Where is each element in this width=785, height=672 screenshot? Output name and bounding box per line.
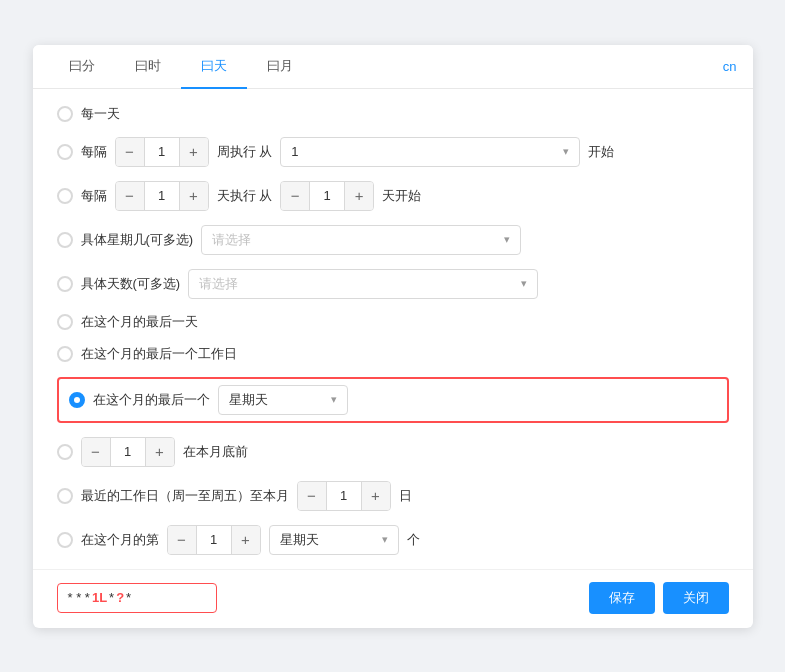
chevron-down-icon-nth: ▾ [382,533,388,546]
main-panel: 曰分 曰时 曰天 曰月 cn 每一天 每隔 − + 周执行 从 1 ▾ [33,45,753,628]
close-button[interactable]: 关闭 [663,582,729,614]
cron-part-1: * * * [68,590,90,605]
radio-last-workday[interactable] [57,346,73,362]
row-nth-weekday: 在这个月的第 − + 星期天 ▾ 个 [57,525,729,555]
select-week-value: 1 [291,144,298,159]
radio-before-end[interactable] [57,444,73,460]
cron-part-question: ? [116,590,124,605]
radio-every-n-days[interactable] [57,188,73,204]
radio-last-day[interactable] [57,314,73,330]
select-last-weekday-value: 星期天 [229,391,268,409]
content-area: 每一天 每隔 − + 周执行 从 1 ▾ 开始 每隔 − [33,89,753,555]
radio-every-day[interactable] [57,106,73,122]
row-every-n-days: 每隔 − + 天执行 从 − + 天开始 [57,181,729,211]
chevron-down-icon-last-weekday: ▾ [331,393,337,406]
tab-hour[interactable]: 曰时 [115,45,181,89]
cron-part-2: * [109,590,114,605]
row-last-day: 在这个月的最后一天 [57,313,729,331]
row-before-end: − + 在本月底前 [57,437,729,467]
footer: * * * 1L * ? * 保存 关闭 [33,569,753,628]
num-plus-nth[interactable]: + [232,525,260,555]
num-group-nth: − + [167,525,261,555]
row-last-weekday: 在这个月的最后一个 星期天 ▾ [57,377,729,423]
cron-part-3: * [126,590,131,605]
tab-bar: 曰分 曰时 曰天 曰月 cn [33,45,753,89]
num-plus-ndays-from[interactable]: + [345,181,373,211]
row-nearest-workday: 最近的工作日（周一至周五）至本月 − + 日 [57,481,729,511]
select-specific-days-placeholder: 请选择 [199,275,238,293]
label-ndays-suffix: 天开始 [382,187,421,205]
num-input-ndays-from[interactable] [309,181,345,211]
label-before-end: 在本月底前 [183,443,248,461]
label-last-weekday: 在这个月的最后一个 [93,391,210,409]
num-group-ndays: − + [115,181,209,211]
select-nth-weekday[interactable]: 星期天 ▾ [269,525,399,555]
row-every-week: 每隔 − + 周执行 从 1 ▾ 开始 [57,137,729,167]
num-input-ndays[interactable] [144,181,180,211]
num-plus-nearest[interactable]: + [362,481,390,511]
row-specific-days: 具体天数(可多选) 请选择 ▾ [57,269,729,299]
label-week-prefix: 每隔 [81,143,107,161]
num-minus-nearest[interactable]: − [298,481,326,511]
radio-every-week[interactable] [57,144,73,160]
num-group-week: − + [115,137,209,167]
cn-button[interactable]: cn [723,47,737,86]
num-group-nearest: − + [297,481,391,511]
tab-month[interactable]: 曰月 [247,45,313,89]
num-minus-ndays[interactable]: − [116,181,144,211]
label-week-mid: 周执行 从 [217,143,273,161]
select-weekdays[interactable]: 请选择 ▾ [201,225,521,255]
radio-nearest-workday[interactable] [57,488,73,504]
save-button[interactable]: 保存 [589,582,655,614]
num-group-before-end: − + [81,437,175,467]
num-minus-week[interactable]: − [116,137,144,167]
num-group-ndays-from: − + [280,181,374,211]
num-input-before-end[interactable] [110,437,146,467]
num-minus-nth[interactable]: − [168,525,196,555]
label-every-day: 每一天 [81,105,120,123]
radio-specific-days[interactable] [57,276,73,292]
select-weekdays-placeholder: 请选择 [212,231,251,249]
label-specific-weekdays: 具体星期几(可多选) [81,231,194,249]
cron-expression: * * * 1L * ? * [57,583,217,613]
num-input-nth[interactable] [196,525,232,555]
row-last-workday: 在这个月的最后一个工作日 [57,345,729,363]
label-specific-days: 具体天数(可多选) [81,275,181,293]
row-specific-weekdays: 具体星期几(可多选) 请选择 ▾ [57,225,729,255]
label-nth-weekday-suffix: 个 [407,531,420,549]
num-minus-ndays-from[interactable]: − [281,181,309,211]
num-input-nearest[interactable] [326,481,362,511]
chevron-down-icon-weekdays: ▾ [504,233,510,246]
label-ndays-prefix: 每隔 [81,187,107,205]
num-plus-week[interactable]: + [180,137,208,167]
label-last-day: 在这个月的最后一天 [81,313,198,331]
tab-minute[interactable]: 曰分 [49,45,115,89]
label-nearest-workday: 最近的工作日（周一至周五）至本月 [81,487,289,505]
cron-part-highlight: 1L [92,590,107,605]
label-week-suffix: 开始 [588,143,614,161]
num-plus-ndays[interactable]: + [180,181,208,211]
row-every-day: 每一天 [57,105,729,123]
radio-last-weekday[interactable] [69,392,85,408]
num-input-week[interactable] [144,137,180,167]
select-specific-days[interactable]: 请选择 ▾ [188,269,538,299]
label-nearest-suffix: 日 [399,487,412,505]
num-minus-before-end[interactable]: − [82,437,110,467]
radio-specific-weekdays[interactable] [57,232,73,248]
label-ndays-mid: 天执行 从 [217,187,273,205]
label-nth-weekday-prefix: 在这个月的第 [81,531,159,549]
label-last-workday: 在这个月的最后一个工作日 [81,345,237,363]
tab-day[interactable]: 曰天 [181,45,247,89]
select-week-from[interactable]: 1 ▾ [280,137,580,167]
chevron-down-icon: ▾ [563,145,569,158]
num-plus-before-end[interactable]: + [146,437,174,467]
radio-nth-weekday[interactable] [57,532,73,548]
select-last-weekday[interactable]: 星期天 ▾ [218,385,348,415]
select-nth-weekday-value: 星期天 [280,531,319,549]
chevron-down-icon-days: ▾ [521,277,527,290]
